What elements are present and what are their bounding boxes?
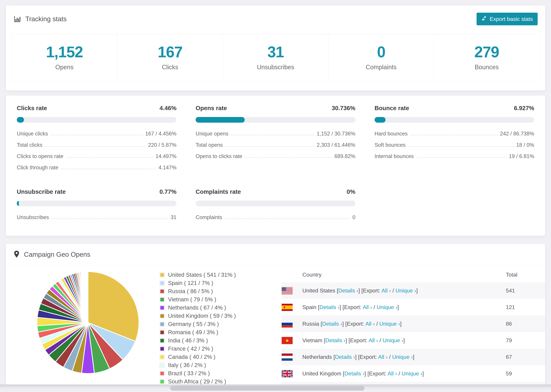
total-cell: 59 (506, 371, 545, 377)
country-cell: Netherlands [Details ›] [Export: All › /… (302, 354, 506, 360)
country-cell: Spain [Details ›] [Export: All › / Uniqu… (302, 304, 506, 310)
legend-item: Italy ( 36 / 2% ) (160, 362, 282, 368)
legend-color-swatch (160, 379, 165, 384)
rates-card: Clicks rate 4.46% Unique clicks 167 / 4.… (6, 95, 545, 236)
pie-chart-svg (35, 270, 141, 376)
geo-opens-title: Campaign Geo Opens (13, 250, 90, 259)
rate-detail-row: Unique opens 1,152 / 30.736% (196, 128, 355, 139)
rate-row-label: Clicks to opens rate (17, 153, 63, 159)
rate-progress-track (196, 201, 355, 206)
export-all-link[interactable]: All › (369, 337, 378, 343)
export-unique-link[interactable]: Unique › (402, 371, 422, 377)
page-title: Tracking stats (25, 15, 67, 23)
details-link[interactable]: Details › (319, 304, 339, 310)
dotted-leader (66, 158, 153, 158)
rate-row-label: Click through rate (17, 165, 58, 171)
export-all-link[interactable]: All › (388, 371, 397, 377)
rate-progress-fill (374, 117, 386, 123)
rate-detail-row: Complaints 0 (196, 212, 355, 223)
legend-color-swatch (160, 314, 165, 318)
table-row: Spain [Details ›] [Export: All › / Uniqu… (282, 299, 545, 315)
details-link[interactable]: Details › (338, 287, 358, 294)
rate-row-value: 1,152 / 30.736% (317, 131, 355, 137)
country-name: Netherlands (302, 354, 332, 360)
legend-color-swatch (160, 363, 165, 368)
legend-item: Netherlands ( 67 / 4% ) (160, 304, 282, 311)
export-unique-link[interactable]: Unique › (392, 354, 413, 360)
rate-detail-row: Opens to clicks rate 689.82% (196, 151, 355, 162)
tracking-stats-title: Tracking stats (13, 15, 67, 23)
rate-row-value: 242 / 86.738% (500, 131, 534, 137)
geo-pie-chart (13, 267, 160, 389)
legend-color-swatch (160, 371, 165, 376)
details-link[interactable]: Details › (325, 337, 346, 343)
horizontal-scrollbar-track[interactable] (0, 385, 551, 392)
export-all-link[interactable]: All › (365, 321, 375, 327)
rate-row-value: 220 / 5.87% (148, 142, 177, 148)
legend-label: Vietnam ( 79 / 5% ) (168, 296, 216, 303)
country-name: Spain (302, 304, 316, 310)
legend-item: United Kingdom ( 59 / 3% ) (160, 313, 282, 319)
rate-title: Bounce rate (374, 105, 409, 112)
stat-value: 279 (434, 43, 539, 61)
export-unique-link[interactable]: Unique › (377, 304, 397, 310)
stat-value: 167 (117, 43, 223, 61)
export-all-link[interactable]: All › (363, 304, 372, 310)
total-cell: 67 (506, 354, 545, 360)
flag-ru-icon (282, 320, 293, 328)
export-all-link[interactable]: All › (381, 287, 391, 294)
rate-row-value: 689.82% (334, 153, 355, 159)
rate-progress-fill (196, 117, 245, 123)
details-link[interactable]: Details › (322, 321, 342, 327)
rate-detail-row: Internal bounces 19 / 6.81% (374, 151, 534, 162)
details-link[interactable]: Details › (344, 371, 364, 377)
rate-row-label: Hard bounces (374, 131, 408, 137)
export-all-link[interactable]: All › (378, 354, 388, 360)
geo-content: United States ( 541 / 31% ) Spain ( 121 … (6, 266, 545, 389)
dotted-leader (231, 135, 314, 135)
details-link[interactable]: Details › (335, 354, 355, 360)
horizontal-scrollbar-thumb[interactable] (170, 386, 365, 391)
table-row: United Kingdom [Details ›] [Export: All … (282, 365, 545, 382)
export-button-label: Export basic stats (490, 16, 533, 22)
total-cell: 121 (506, 304, 545, 310)
dotted-leader (225, 219, 350, 219)
export-unique-link[interactable]: Unique › (379, 321, 400, 327)
export-unique-link[interactable]: Unique › (383, 337, 403, 343)
rate-progress-track (17, 201, 177, 206)
export-unique-link[interactable]: Unique › (396, 287, 416, 294)
stat-value: 1,152 (12, 43, 117, 61)
stat-value: 0 (328, 43, 434, 61)
legend-color-swatch (160, 273, 165, 277)
rate-value: 0% (347, 188, 355, 195)
stat-label: Clicks (117, 64, 223, 71)
map-pin-icon (13, 250, 20, 259)
rate-detail-rows: Unsubscribes 31 (17, 212, 177, 223)
rate-row-label: Opens to clicks rate (196, 153, 242, 159)
dotted-leader (61, 169, 156, 169)
rate-row-label: Unique clicks (17, 131, 48, 137)
legend-color-swatch (160, 330, 165, 335)
legend-label: Russia ( 86 / 5% ) (168, 288, 213, 294)
rate-progress-track (17, 117, 177, 123)
dotted-leader (225, 146, 314, 147)
total-cell: 79 (506, 337, 545, 343)
legend-color-swatch (160, 297, 165, 302)
stat-box: 0 Complaints (328, 34, 434, 81)
legend-item: United States ( 541 / 31% ) (160, 272, 282, 278)
legend-item: Spain ( 121 / 7% ) (160, 280, 282, 286)
country-cell: United States [Details ›] [Export: All ›… (302, 287, 506, 294)
dotted-leader (45, 146, 146, 147)
legend-color-swatch (160, 338, 165, 343)
country-name: Vietnam (302, 337, 322, 343)
legend-label: France ( 42 / 2% ) (168, 345, 213, 352)
export-basic-stats-button[interactable]: Export basic stats (477, 13, 538, 25)
rate-section: Complaints rate 0% Complaints 0 (196, 188, 355, 223)
rate-detail-row: Unique clicks 167 / 4.456% (17, 128, 177, 139)
country-cell: Russia [Details ›] [Export: All › / Uniq… (302, 321, 506, 327)
flag-gb-icon (282, 370, 293, 378)
legend-item: South Africa ( 29 / 2% ) (160, 378, 282, 385)
legend-label: Germany ( 55 / 3% ) (168, 321, 219, 327)
dotted-leader (410, 135, 498, 135)
rate-row-value: 18 / 0% (516, 142, 534, 148)
